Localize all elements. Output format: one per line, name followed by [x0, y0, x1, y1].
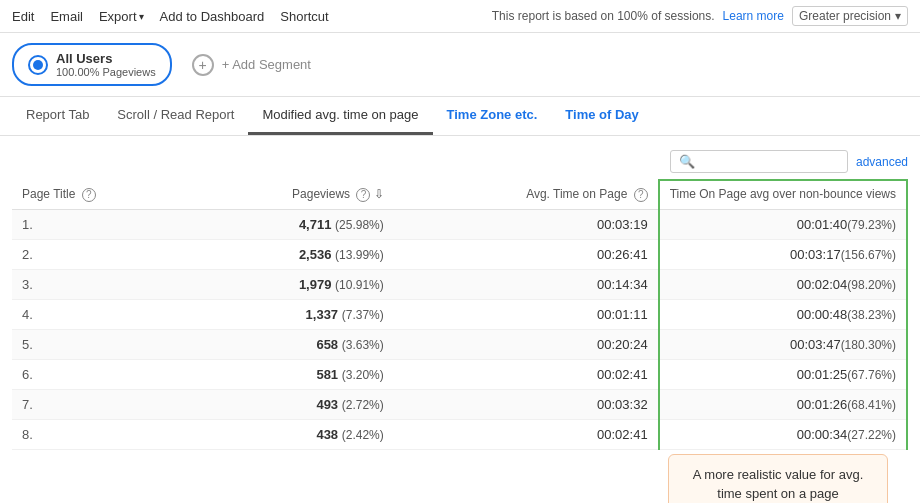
- cell-bounce-time: 00:00:34(27.22%): [659, 419, 907, 449]
- search-box[interactable]: 🔍: [670, 150, 848, 173]
- cell-avg-time: 00:03:32: [394, 389, 659, 419]
- cell-bounce-time: 00:00:48(38.23%): [659, 299, 907, 329]
- cell-avg-time: 00:02:41: [394, 359, 659, 389]
- cell-row-num: 7.: [12, 389, 186, 419]
- cell-row-num: 5.: [12, 329, 186, 359]
- table-row: 2. 2,536 (13.99%) 00:26:41 00:03:17(156.…: [12, 239, 907, 269]
- col-header-pageviews: Pageviews ? ⇩: [186, 180, 394, 209]
- cell-pageviews: 4,711 (25.98%): [186, 209, 394, 239]
- search-icon: 🔍: [679, 154, 695, 169]
- table-row: 6. 581 (3.20%) 00:02:41 00:01:25(67.76%): [12, 359, 907, 389]
- segment-info: All Users 100.00% Pageviews: [56, 51, 156, 78]
- cell-pageviews: 2,536 (13.99%): [186, 239, 394, 269]
- cell-avg-time: 00:03:19: [394, 209, 659, 239]
- all-users-segment[interactable]: All Users 100.00% Pageviews: [12, 43, 172, 86]
- tooltip-text: A more realistic value for avg. time spe…: [693, 467, 864, 502]
- tab-report[interactable]: Report Tab: [12, 97, 103, 135]
- toolbar-left: Edit Email Export ▾ Add to Dashboard Sho…: [12, 9, 329, 24]
- segment-sub: 100.00% Pageviews: [56, 66, 156, 78]
- cell-avg-time: 00:14:34: [394, 269, 659, 299]
- cell-pageviews: 1,979 (10.91%): [186, 269, 394, 299]
- page-title-help-icon[interactable]: ?: [82, 188, 96, 202]
- export-dropdown-arrow: ▾: [139, 11, 144, 22]
- avg-time-help-icon[interactable]: ?: [634, 188, 648, 202]
- cell-pageviews: 1,337 (7.37%): [186, 299, 394, 329]
- cell-bounce-time: 00:03:47(180.30%): [659, 329, 907, 359]
- cell-avg-time: 00:26:41: [394, 239, 659, 269]
- cell-avg-time: 00:20:24: [394, 329, 659, 359]
- tabs-bar: Report Tab Scroll / Read Report Modified…: [0, 97, 920, 136]
- tooltip-area: A more realistic value for avg. time spe…: [12, 454, 908, 503]
- cell-row-num: 2.: [12, 239, 186, 269]
- tab-timezone[interactable]: Time Zone etc.: [433, 97, 552, 135]
- cell-bounce-time: 00:01:25(67.76%): [659, 359, 907, 389]
- segment-icon-inner: [33, 60, 43, 70]
- advanced-link[interactable]: advanced: [856, 155, 908, 169]
- pageviews-help-icon[interactable]: ?: [356, 188, 370, 202]
- add-segment-circle-icon: +: [192, 54, 214, 76]
- toolbar: Edit Email Export ▾ Add to Dashboard Sho…: [0, 0, 920, 33]
- table-row: 7. 493 (2.72%) 00:03:32 00:01:26(68.41%): [12, 389, 907, 419]
- report-info-text: This report is based on 100% of sessions…: [492, 9, 715, 23]
- search-input[interactable]: [699, 155, 839, 169]
- table-row: 5. 658 (3.63%) 00:20:24 00:03:47(180.30%…: [12, 329, 907, 359]
- cell-row-num: 3.: [12, 269, 186, 299]
- email-button[interactable]: Email: [50, 9, 83, 24]
- col-header-avg-time: Avg. Time on Page ?: [394, 180, 659, 209]
- cell-bounce-time: 00:02:04(98.20%): [659, 269, 907, 299]
- cell-row-num: 8.: [12, 419, 186, 449]
- table-row: 4. 1,337 (7.37%) 00:01:11 00:00:48(38.23…: [12, 299, 907, 329]
- cell-row-num: 4.: [12, 299, 186, 329]
- cell-row-num: 6.: [12, 359, 186, 389]
- sort-icon: ⇩: [374, 187, 384, 201]
- data-table: Page Title ? Pageviews ? ⇩ Avg. Time on …: [12, 179, 908, 450]
- cell-avg-time: 00:02:41: [394, 419, 659, 449]
- cell-bounce-time: 00:03:17(156.67%): [659, 239, 907, 269]
- cell-bounce-time: 00:01:26(68.41%): [659, 389, 907, 419]
- precision-dropdown-arrow: ▾: [895, 9, 901, 23]
- cell-pageviews: 658 (3.63%): [186, 329, 394, 359]
- col-header-bounce-time: Time On Page avg over non-bounce views: [659, 180, 907, 209]
- segment-name: All Users: [56, 51, 156, 66]
- table-row: 1. 4,711 (25.98%) 00:03:19 00:01:40(79.2…: [12, 209, 907, 239]
- toolbar-right: This report is based on 100% of sessions…: [492, 6, 908, 26]
- tooltip-box: A more realistic value for avg. time spe…: [668, 454, 888, 503]
- cell-pageviews: 438 (2.42%): [186, 419, 394, 449]
- search-row: 🔍 advanced: [12, 144, 908, 179]
- shortcut-button[interactable]: Shortcut: [280, 9, 328, 24]
- add-segment-button[interactable]: + + Add Segment: [192, 54, 311, 76]
- table-row: 8. 438 (2.42%) 00:02:41 00:00:34(27.22%): [12, 419, 907, 449]
- cell-pageviews: 493 (2.72%): [186, 389, 394, 419]
- tab-scroll-read[interactable]: Scroll / Read Report: [103, 97, 248, 135]
- cell-row-num: 1.: [12, 209, 186, 239]
- segments-bar: All Users 100.00% Pageviews + + Add Segm…: [0, 33, 920, 97]
- tab-modified-avg[interactable]: Modified avg. time on page: [248, 97, 432, 135]
- cell-avg-time: 00:01:11: [394, 299, 659, 329]
- precision-select[interactable]: Greater precision ▾: [792, 6, 908, 26]
- table-row: 3. 1,979 (10.91%) 00:14:34 00:02:04(98.2…: [12, 269, 907, 299]
- tab-timeofday[interactable]: Time of Day: [551, 97, 652, 135]
- add-to-dashboard-button[interactable]: Add to Dashboard: [160, 9, 265, 24]
- edit-button[interactable]: Edit: [12, 9, 34, 24]
- cell-pageviews: 581 (3.20%): [186, 359, 394, 389]
- cell-bounce-time: 00:01:40(79.23%): [659, 209, 907, 239]
- table-area: 🔍 advanced Page Title ? Pageviews ? ⇩ Av…: [0, 136, 920, 503]
- segment-icon: [28, 55, 48, 75]
- export-button[interactable]: Export ▾: [99, 9, 144, 24]
- col-header-page-title: Page Title ?: [12, 180, 186, 209]
- learn-more-link[interactable]: Learn more: [723, 9, 784, 23]
